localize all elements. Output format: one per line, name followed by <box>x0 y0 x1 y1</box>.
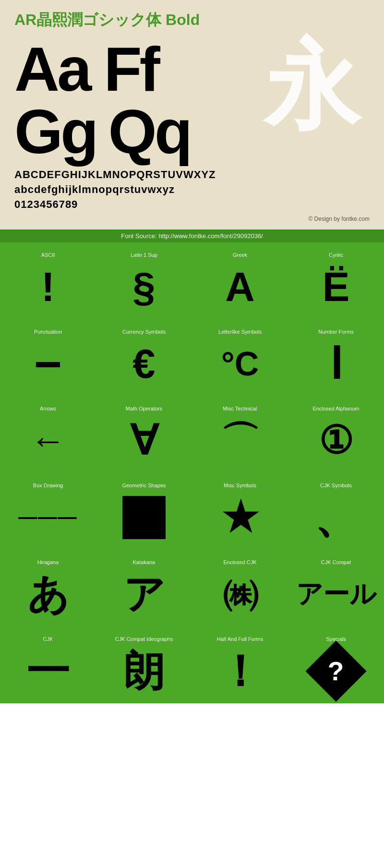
char-cell-enclosed-alphanum: Enclosed Alphanum ① <box>288 396 384 473</box>
symbol-latin1sup: § <box>132 262 155 312</box>
label-hiragana: Hiragana <box>37 555 59 565</box>
symbol-cjk: 一 <box>26 646 70 696</box>
symbol-misctech: ⌒ <box>221 415 259 466</box>
letter-row-2: Gg Qq <box>14 100 190 163</box>
label-katakana: Katakana <box>133 555 155 565</box>
char-cell-punctuation: Punctuation − <box>0 319 96 396</box>
letter-Qq: Qq <box>108 100 191 163</box>
label-cjksymbols: CJK Symbols <box>320 478 352 488</box>
symbol-enclosedcjk: ㈱ <box>222 569 258 619</box>
header-section: AR晶熙潤ゴシック体 Bold Aa Ff Gg Qq 永 ABCDEFGHIJ… <box>0 0 384 229</box>
char-cell-hiragana: Hiragana あ <box>0 550 96 627</box>
char-cell-cjkcompatideo: CJK Compat Ideographs 朗 <box>96 627 192 703</box>
char-cell-greek: Greek A <box>192 242 288 319</box>
label-letterlike: Letterlike Symbols <box>218 324 262 335</box>
char-cell-cjkcompat: CJK Compat アール <box>288 550 384 627</box>
symbol-enclosed-alphanum: ① <box>319 415 353 466</box>
letter-Gg: Gg <box>14 100 96 163</box>
label-numberforms: Number Forms <box>318 324 353 335</box>
symbol-katakana: ア <box>123 569 165 619</box>
label-cjkcompatideo: CJK Compat Ideographs <box>115 631 173 642</box>
label-greek: Greek <box>233 247 247 258</box>
kanji-symbol: 永 <box>264 38 360 134</box>
copyright: © Design by fontke.com <box>14 216 370 222</box>
label-latin1sup: Latin 1 Sup <box>131 247 157 258</box>
letter-group: Aa Ff Gg Qq <box>14 38 190 163</box>
symbol-greek: A <box>225 262 254 312</box>
label-halfandfull: Half And Full Forms <box>217 631 264 642</box>
char-cell-specials: Specials ? <box>288 627 384 703</box>
label-cjk: CJK <box>43 631 53 642</box>
char-cell-halfandfull: Half And Full Forms ！ <box>192 627 288 703</box>
letter-Aa: Aa <box>14 38 89 100</box>
symbol-geoshapes <box>122 492 166 542</box>
font-title: AR晶熙潤ゴシック体 Bold <box>14 10 370 31</box>
letter-row-1: Aa Ff <box>14 38 190 100</box>
symbol-cjksymbols: 、 <box>314 492 358 542</box>
char-cell-numberforms: Number Forms Ⅰ <box>288 319 384 396</box>
symbol-boxdrawing: ─── <box>19 492 78 542</box>
char-cell-miscsymbols: Misc Symbols ★ <box>192 473 288 550</box>
char-cell-katakana: Katakana ア <box>96 550 192 627</box>
symbol-numberforms: Ⅰ <box>330 338 343 389</box>
symbol-punctuation: − <box>34 338 62 389</box>
uppercase-alphabet: ABCDEFGHIJKLMNOPQRSTUVWXYZ <box>14 168 370 182</box>
label-currency: Currency Symbols <box>122 324 166 335</box>
symbol-letterlike: °C <box>221 338 259 389</box>
black-rectangle <box>122 496 166 539</box>
label-punctuation: Punctuation <box>34 324 62 335</box>
symbol-ascii: ! <box>41 262 55 312</box>
diamond-question: ? <box>328 658 344 684</box>
char-cell-cjk: CJK 一 <box>0 627 96 703</box>
label-ascii: ASCII <box>41 247 55 258</box>
lowercase-alphabet: abcdefghijklmnopqrstuvwxyz <box>14 182 370 197</box>
char-cell-mathops: Math Operators ∀ <box>96 396 192 473</box>
label-miscsymbols: Misc Symbols <box>224 478 256 488</box>
symbol-cyrilic: Ë <box>323 262 350 312</box>
large-letters-area: Aa Ff Gg Qq 永 <box>14 38 370 163</box>
kanji-area: 永 <box>190 38 370 134</box>
char-cell-letterlike: Letterlike Symbols °C <box>192 319 288 396</box>
label-cjkcompat: CJK Compat <box>321 555 351 565</box>
symbol-hiragana: あ <box>27 569 69 619</box>
char-cell-currency: Currency Symbols € <box>96 319 192 396</box>
label-misctech: Misc Technical <box>223 401 257 411</box>
char-cell-arrows: Arrows ← <box>0 396 96 473</box>
alphabet-rows: ABCDEFGHIJKLMNOPQRSTUVWXYZ abcdefghijklm… <box>14 168 370 212</box>
label-boxdrawing: Box Drawing <box>33 478 63 488</box>
label-enclosedcjk: Enclosed CJK <box>223 555 256 565</box>
char-cell-cyrilic: Cyrilic Ë <box>288 242 384 319</box>
char-cell-enclosedcjk: Enclosed CJK ㈱ <box>192 550 288 627</box>
letter-Ff: Ff <box>104 38 158 100</box>
source-bar: Font Source: http://www.fontke.com/font/… <box>0 229 384 242</box>
label-cyrilic: Cyrilic <box>329 247 343 258</box>
symbol-miscsymbols: ★ <box>222 492 258 542</box>
char-cell-geoshapes: Geometric Shapes <box>96 473 192 550</box>
char-cell-boxdrawing: Box Drawing ─── <box>0 473 96 550</box>
char-cell-latin1sup: Latin 1 Sup § <box>96 242 192 319</box>
label-arrows: Arrows <box>40 401 56 411</box>
symbol-halfandfull: ！ <box>218 646 262 696</box>
digits-row: 0123456789 <box>14 197 370 212</box>
char-cell-misctech: Misc Technical ⌒ <box>192 396 288 473</box>
character-grid: ASCII ! Latin 1 Sup § Greek A Cyrilic Ë … <box>0 242 384 703</box>
char-cell-cjksymbols: CJK Symbols 、 <box>288 473 384 550</box>
char-cell-ascii: ASCII ! <box>0 242 96 319</box>
label-enclosed-alphanum: Enclosed Alphanum <box>312 401 359 411</box>
symbol-cjkcompat: アール <box>296 569 376 619</box>
diamond-shape: ? <box>305 640 366 701</box>
symbol-currency: € <box>132 338 155 389</box>
symbol-specials: ? <box>314 646 358 696</box>
green-section: Font Source: http://www.fontke.com/font/… <box>0 229 384 703</box>
label-mathops: Math Operators <box>126 401 162 411</box>
symbol-mathops: ∀ <box>130 415 158 466</box>
symbol-cjkcompatideo: 朗 <box>124 646 165 696</box>
symbol-arrows: ← <box>30 415 66 466</box>
label-geoshapes: Geometric Shapes <box>122 478 166 488</box>
